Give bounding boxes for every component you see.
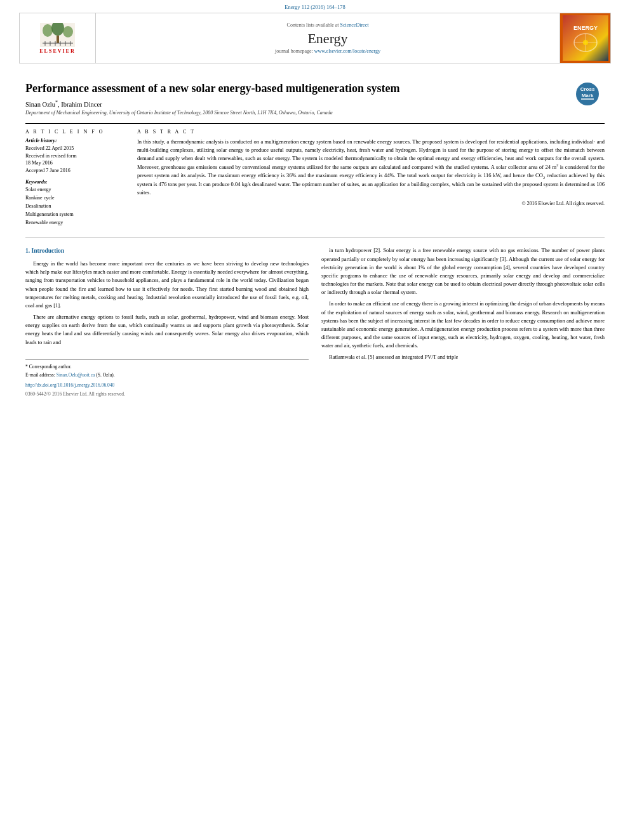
article-history-label: Article history: <box>25 138 127 143</box>
article-title: Performance assessment of a new solar en… <box>25 81 605 96</box>
energy-cover-image: ENERGY <box>560 13 610 63</box>
journal-center: Contents lists available at ScienceDirec… <box>96 13 560 63</box>
homepage-line: journal homepage: www.elsevier.com/locat… <box>275 48 380 54</box>
homepage-link[interactable]: www.elsevier.com/locate/energy <box>314 48 380 54</box>
body-col-right: in turn hydropower [2]. Solar energy is … <box>321 246 605 397</box>
email-label: E-mail address: <box>25 372 57 378</box>
abstract-text: In this study, a thermodynamic analysis … <box>137 138 605 197</box>
homepage-prefix: journal homepage: <box>275 48 314 54</box>
article-info-heading: A R T I C L E I N F O <box>25 129 127 135</box>
received-revised-date: 18 May 2016 <box>25 159 127 167</box>
svg-rect-4 <box>57 36 59 43</box>
right-para2: In order to make an efficient use of ene… <box>321 300 605 350</box>
footnote-corresponding: * Corresponding author. <box>25 363 309 371</box>
svg-point-3 <box>63 26 73 37</box>
svg-text:ENERGY: ENERGY <box>573 25 597 31</box>
journal-title: Energy <box>307 30 347 47</box>
crossmark-badge[interactable]: Cross Mark <box>570 81 605 107</box>
keyword-3: Desalination <box>25 203 127 211</box>
page: Energy 112 (2016) 164–178 E <box>0 0 630 840</box>
keywords-label: Keywords: <box>25 179 127 185</box>
doi-link[interactable]: http://dx.doi.org/10.1016/j.energy.2016.… <box>25 382 114 388</box>
body-two-col: 1. Introduction Energy in the world has … <box>25 246 605 397</box>
keyword-1: Solar energy <box>25 186 127 194</box>
citation-bar: Energy 112 (2016) 164–178 <box>0 0 630 13</box>
bottom-divider <box>25 237 605 237</box>
keyword-2: Rankine cycle <box>25 194 127 203</box>
crossmark-icon: Cross Mark <box>575 81 600 107</box>
article-area: Performance assessment of a new solar en… <box>0 63 630 410</box>
elsevier-tree-icon <box>40 23 75 47</box>
intro-section-title: Introduction <box>32 248 65 254</box>
elsevier-logo: ELSEVIER <box>20 13 96 63</box>
intro-para1: Energy in the world has become more impo… <box>25 260 309 310</box>
email-link[interactable]: Sinan.Ozlu@uoit.ca <box>57 372 95 378</box>
authors: Sinan Ozlu*, Ibrahim Dincer <box>25 100 605 109</box>
article-info-col: A R T I C L E I N F O Article history: R… <box>25 129 127 227</box>
corresponding-label: * Corresponding author. <box>25 364 72 370</box>
article-title-text: Performance assessment of a new solar en… <box>25 82 400 95</box>
science-direct-link[interactable]: ScienceDirect <box>340 22 369 28</box>
copyright-line: © 2016 Elsevier Ltd. All rights reserved… <box>137 201 605 206</box>
journal-header: ELSEVIER Contents lists available at Sci… <box>19 13 611 63</box>
svg-text:Cross: Cross <box>580 86 594 92</box>
doi-line: http://dx.doi.org/10.1016/j.energy.2016.… <box>25 382 309 389</box>
article-divider <box>25 123 605 124</box>
citation-text: Energy 112 (2016) 164–178 <box>285 4 345 10</box>
article-history-section: Article history: Received 22 April 2015 … <box>25 138 127 174</box>
elsevier-label: ELSEVIER <box>39 48 75 54</box>
authors-text: Sinan Ozlu*, Ibrahim Dincer <box>25 101 102 108</box>
abstract-heading: A B S T R A C T <box>137 129 605 135</box>
energy-cover-svg: ENERGY <box>563 16 608 60</box>
received-value: Received 22 April 2015 <box>25 145 127 152</box>
keyword-4: Multigeneration system <box>25 211 127 219</box>
keywords-section: Keywords: Solar energy Rankine cycle Des… <box>25 179 127 227</box>
footnote-area: * Corresponding author. E-mail address: … <box>25 359 309 398</box>
right-para1: in turn hydropower [2]. Solar energy is … <box>321 246 605 297</box>
svg-point-17 <box>583 40 588 45</box>
affiliation: Department of Mechanical Engineering, Un… <box>25 110 605 116</box>
intro-section-number: 1. <box>25 248 30 254</box>
intro-para2: There are alternative energy options to … <box>25 313 309 347</box>
abstract-col: A B S T R A C T In this study, a thermod… <box>137 129 605 227</box>
received-revised-label: Received in revised form <box>25 152 127 160</box>
contents-line: Contents lists available at ScienceDirec… <box>287 22 369 28</box>
svg-text:Mark: Mark <box>581 93 593 98</box>
article-info-abstract: A R T I C L E I N F O Article history: R… <box>25 129 605 227</box>
intro-heading: 1. Introduction <box>25 246 309 256</box>
footnote-email: E-mail address: Sinan.Ozlu@uoit.ca (S. O… <box>25 371 309 379</box>
contents-prefix: Contents lists available at <box>287 22 340 28</box>
keyword-5: Renewable energy <box>25 219 127 227</box>
body-col-left: 1. Introduction Energy in the world has … <box>25 246 309 397</box>
issn-line: 0360-5442/© 2016 Elsevier Ltd. All right… <box>25 390 309 398</box>
svg-point-1 <box>43 24 53 37</box>
accepted-value: Accepted 7 June 2016 <box>25 167 127 175</box>
energy-cover-graphic: ENERGY <box>563 15 608 61</box>
email-suffix: (S. Ozlu). <box>95 372 114 378</box>
right-para3: Ratlamwala et al. [5] assessed an integr… <box>321 353 605 361</box>
